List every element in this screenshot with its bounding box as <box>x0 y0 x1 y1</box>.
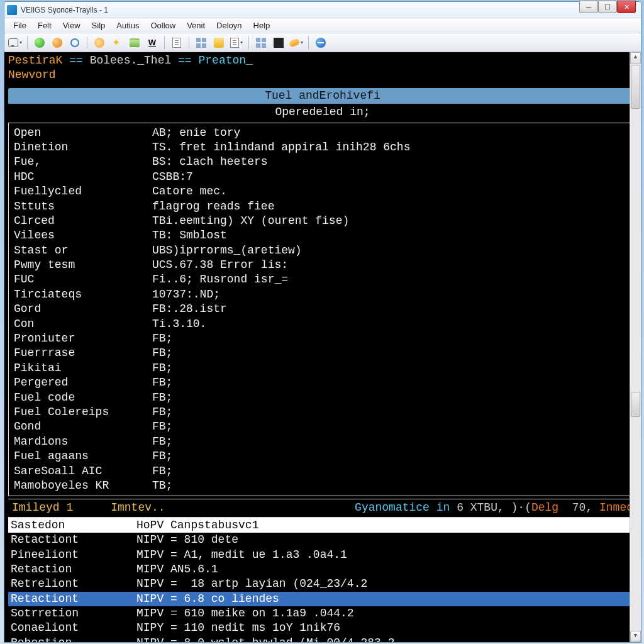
bottom-value: NIPY = 110 nedit ms 1oY 1nik76 <box>136 621 635 635</box>
info-key: Fuerrrase <box>14 346 152 360</box>
bottom-key: Rehection <box>11 636 136 642</box>
toolbar-doc-icon[interactable] <box>170 36 184 50</box>
prompt-line-2: Newvord <box>8 68 637 82</box>
bottom-row[interactable]: RetactiontNIPV = 810 dete <box>8 533 637 547</box>
info-row: ConTi.3.10. <box>14 317 631 331</box>
info-key: Fuellycled <box>14 184 152 199</box>
bottom-key: Retactiont <box>11 533 136 547</box>
info-row: Mamoboyeles KRTB; <box>14 479 631 493</box>
tab-left[interactable]: Imileyd 1 <box>12 501 73 515</box>
info-row: GondFB; <box>14 419 631 434</box>
info-key: Con <box>14 317 152 331</box>
bottom-row[interactable]: SotrretionMIPV = 610 meike on 1.1a9 .044… <box>8 606 637 621</box>
toolbar-separator <box>87 36 87 49</box>
info-value: Catore mec. <box>152 184 631 199</box>
info-row: Stast orUBS)iprrorms_(aretiew) <box>14 243 631 258</box>
bottom-value: NIPV = 810 dete <box>136 533 635 547</box>
info-key: Open <box>14 126 152 140</box>
bottom-key: Conaeliont <box>11 621 136 635</box>
info-value: UCS.67.38 Error lis: <box>152 258 631 272</box>
bottom-row[interactable]: RetreliontNIPV = 18 artp layian (024_23/… <box>8 577 637 591</box>
info-value: FB; <box>152 361 631 375</box>
info-row: PergeredFB; <box>14 375 631 390</box>
info-row: FUCFi..6; Rusrond isr_= <box>14 272 631 287</box>
bottom-value: NIPV = 8.0 wclet hywlad (Mi_00/4.283.2 <box>136 636 635 642</box>
toolbar-folder-icon[interactable] <box>128 36 142 50</box>
window-controls: ─ ☐ ✕ <box>579 1 636 13</box>
scroll-up-button[interactable]: ▲ <box>630 52 641 64</box>
toolbar-orange-ball-icon[interactable] <box>50 36 64 50</box>
menu-file[interactable]: File <box>8 19 31 32</box>
info-key: Dinetion <box>14 140 152 155</box>
toolbar-highlight-dropdown[interactable] <box>289 36 303 50</box>
info-key: Pwmy tesm <box>14 258 152 272</box>
info-row: HDCCSBB:7 <box>14 170 631 184</box>
menu-felt[interactable]: Felt <box>33 19 57 32</box>
prompt-newvord: Newvord <box>8 69 56 81</box>
bottom-row[interactable]: ConaeliontNIPY = 110 nedit ms 1oY 1nik76 <box>8 621 637 635</box>
status-a: Gyanomatice in <box>355 501 450 514</box>
menubar: File Felt View Silp Autius Oollow Venit … <box>4 18 641 33</box>
toolbar-stop-icon[interactable] <box>314 36 328 50</box>
info-row: Fue,BS: clach heeters <box>14 155 631 169</box>
toolbar-swirl-icon[interactable] <box>92 36 106 50</box>
info-value: FB; <box>152 419 631 434</box>
bottom-row[interactable]: PineeliontMIPV = A1, medit ue 1.a3 .0a4.… <box>8 548 637 562</box>
toolbar: ✦ W <box>4 33 641 52</box>
info-row: Pwmy tesmUCS.67.38 Error lis: <box>14 258 631 272</box>
vertical-scrollbar[interactable]: ▲ ▼ <box>630 52 641 642</box>
info-key: Sttuts <box>14 199 152 214</box>
info-row: Fuel agaansFB; <box>14 449 631 464</box>
info-value: FB; <box>152 449 631 464</box>
toolbar-copy-dropdown[interactable] <box>230 36 243 50</box>
toolbar-separator <box>27 36 28 49</box>
bottom-row[interactable]: RehectionNIPV = 8.0 wclet hywlad (Mi_00/… <box>8 636 637 642</box>
scroll-thumb[interactable] <box>631 65 640 109</box>
menu-oollow[interactable]: Oollow <box>145 19 180 32</box>
close-button[interactable]: ✕ <box>617 1 636 13</box>
toolbar-badge-icon[interactable] <box>212 36 226 50</box>
toolbar-underline-icon[interactable]: W <box>145 36 159 50</box>
toolbar-bubble-dropdown[interactable] <box>8 36 22 50</box>
bottom-row[interactable]: RetactionMIPV AN5.6.1 <box>8 562 637 577</box>
toolbar-spark-icon[interactable]: ✦ <box>110 36 124 50</box>
menu-venit[interactable]: Venit <box>182 19 210 32</box>
info-row: PikitaiFB; <box>14 361 631 375</box>
info-key: Stast or <box>14 243 152 258</box>
info-row: ProniuterFB; <box>14 331 631 346</box>
toolbar-grid-icon[interactable] <box>194 36 208 50</box>
info-key: Fuel agaans <box>14 449 152 464</box>
app-icon <box>7 5 17 15</box>
toolbar-separator <box>248 36 249 49</box>
menu-silp[interactable]: Silp <box>87 19 111 32</box>
prompt-eq1: == <box>62 54 89 67</box>
info-value: Ti.3.10. <box>152 317 631 331</box>
terminal-area[interactable]: PestiraK == Bolees._Thel == Preaton_ New… <box>4 52 641 642</box>
menu-deloyn[interactable]: Deloyn <box>211 19 247 32</box>
toolbar-separator <box>308 36 309 49</box>
menu-view[interactable]: View <box>58 19 86 32</box>
toolbar-panels-icon[interactable] <box>254 36 268 50</box>
info-row: FuellycledCatore mec. <box>14 184 631 199</box>
status-c: Delg <box>531 501 558 514</box>
menu-help[interactable]: Help <box>248 19 275 32</box>
minimize-button[interactable]: ─ <box>579 1 598 13</box>
info-key: Gord <box>14 302 152 316</box>
scroll-down-button[interactable]: ▼ <box>630 631 641 642</box>
toolbar-green-ball-icon[interactable] <box>33 36 47 50</box>
bottom-header-val: HoPV Canpstabusvc1 <box>136 518 635 533</box>
info-value: UBS)iprrorms_(aretiew) <box>152 243 631 258</box>
info-key: Mamoboyeles KR <box>14 479 152 493</box>
bottom-row[interactable]: RetactiontNIPV = 6.8 co liendes <box>8 592 637 606</box>
toolbar-ring-icon[interactable] <box>68 36 82 50</box>
menu-autius[interactable]: Autius <box>111 19 144 32</box>
toolbar-black-icon[interactable] <box>272 36 286 50</box>
maximize-button[interactable]: ☐ <box>598 1 617 13</box>
info-key: Proniuter <box>14 331 152 346</box>
scroll-thumb-lower[interactable] <box>631 392 640 417</box>
info-value: TB: Smblost <box>152 228 631 243</box>
bottom-value: MIPV AN5.6.1 <box>136 562 635 577</box>
bottom-box: Sastedon HoPV Canpstabusvc1 RetactiontNI… <box>8 518 637 642</box>
tab-mid[interactable]: Imntev.. <box>111 501 165 515</box>
info-row: Fuel ColereipsFB; <box>14 405 631 419</box>
